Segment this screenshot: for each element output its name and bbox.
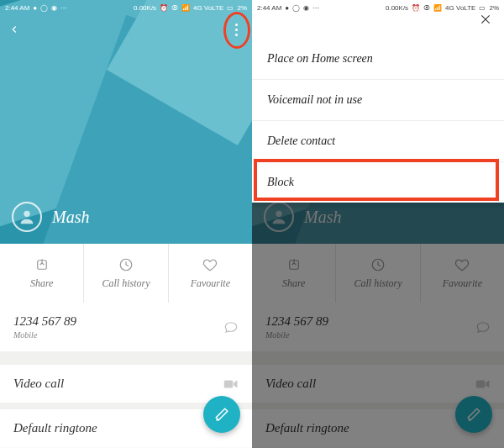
status-chrome-icon: ◉ <box>303 4 309 12</box>
actions-bar: Share Call history Favourite <box>0 244 252 303</box>
call-history-button[interactable]: Call history <box>84 244 168 303</box>
status-dot-icon: ● <box>33 4 37 12</box>
call-history-label: Call history <box>102 277 150 290</box>
video-call-row[interactable]: Video call <box>0 358 252 403</box>
phone-number: 1234 567 89 <box>13 314 76 329</box>
svg-rect-4 <box>224 380 234 387</box>
avatar <box>12 202 42 232</box>
phone-number-row[interactable]: 1234 567 89 Mobile <box>0 303 252 358</box>
svg-marker-5 <box>234 380 238 387</box>
share-label: Share <box>30 277 54 290</box>
favourite-button[interactable]: Favourite <box>169 244 252 303</box>
edit-fab[interactable] <box>203 396 240 433</box>
back-button[interactable] <box>8 24 20 35</box>
battery-percent: 2% <box>237 4 247 12</box>
alarm-icon: ⏰ <box>160 4 168 12</box>
video-icon <box>223 378 239 390</box>
status-circle-icon: ◯ <box>40 4 48 12</box>
status-circle-icon: ◯ <box>292 4 300 12</box>
favourite-label: Favourite <box>191 277 230 290</box>
phone-type: Mobile <box>13 330 76 340</box>
menu-item-home-screen[interactable]: Place on Home screen <box>252 39 504 79</box>
video-call-label: Video call <box>13 377 64 391</box>
battery-icon: ▭ <box>479 4 486 12</box>
status-bar: 2:44 AM ● ◯ ◉ ⋯ 0.00K/s ⏰ ⦿ 📶 4G VoLTE ▭… <box>0 0 252 15</box>
clock-time: 2:44 AM <box>257 4 281 12</box>
contact-name: Mash <box>52 208 89 227</box>
top-nav <box>0 17 252 42</box>
contact-hero: Mash <box>0 0 252 244</box>
status-more-icon: ⋯ <box>312 4 319 12</box>
annotation-circle <box>223 12 250 49</box>
wifi-icon: ⦿ <box>423 4 430 12</box>
battery-icon: ▭ <box>227 4 234 12</box>
message-icon[interactable] <box>223 319 239 335</box>
clock-time: 2:44 AM <box>5 4 29 12</box>
net-speed: 0.00K/s <box>386 4 408 12</box>
contact-header: Mash <box>12 202 89 232</box>
menu-item-voicemail[interactable]: Voicemail not in use <box>252 79 504 120</box>
menu-item-delete[interactable]: Delete contact <box>252 120 504 161</box>
status-chrome-icon: ◉ <box>51 4 57 12</box>
status-more-icon: ⋯ <box>60 4 67 12</box>
ringtone-label: Default ringtone <box>13 421 97 435</box>
svg-point-0 <box>24 211 29 217</box>
signal-icon: 📶 <box>433 4 442 12</box>
net-speed: 0.00K/s <box>134 4 156 12</box>
signal-icon: 📶 <box>181 4 190 12</box>
battery-percent: 2% <box>489 4 499 12</box>
carrier-label: 4G VoLTE <box>445 4 475 12</box>
carrier-label: 4G VoLTE <box>193 4 223 12</box>
screenshot-right: 2:44 AM ● ◯ ◉ ⋯ 0.00K/s ⏰ ⦿ 📶 4G VoLTE ▭… <box>252 0 504 448</box>
status-dot-icon: ● <box>285 4 289 12</box>
share-button[interactable]: Share <box>0 244 84 303</box>
status-bar: 2:44 AM ● ◯ ◉ ⋯ 0.00K/s ⏰ ⦿ 📶 4G VoLTE ▭… <box>252 0 504 15</box>
annotation-rectangle <box>254 159 499 201</box>
wifi-icon: ⦿ <box>171 4 178 12</box>
screenshot-left: 2:44 AM ● ◯ ◉ ⋯ 0.00K/s ⏰ ⦿ 📶 4G VoLTE ▭… <box>0 0 252 448</box>
alarm-icon: ⏰ <box>412 4 420 12</box>
